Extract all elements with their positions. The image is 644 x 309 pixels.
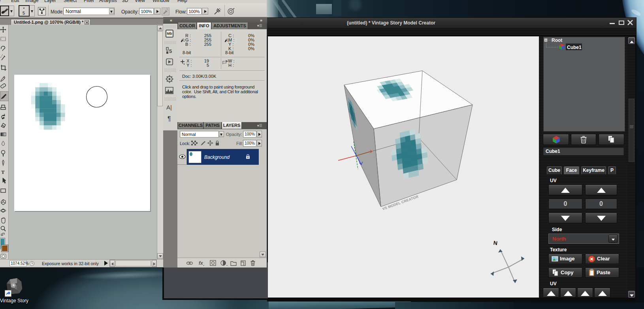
svg-text:fx: fx bbox=[199, 260, 203, 266]
svg-text:5: 5 bbox=[169, 48, 172, 54]
svg-text:T: T bbox=[1, 169, 5, 175]
svg-text:N: N bbox=[493, 239, 498, 246]
